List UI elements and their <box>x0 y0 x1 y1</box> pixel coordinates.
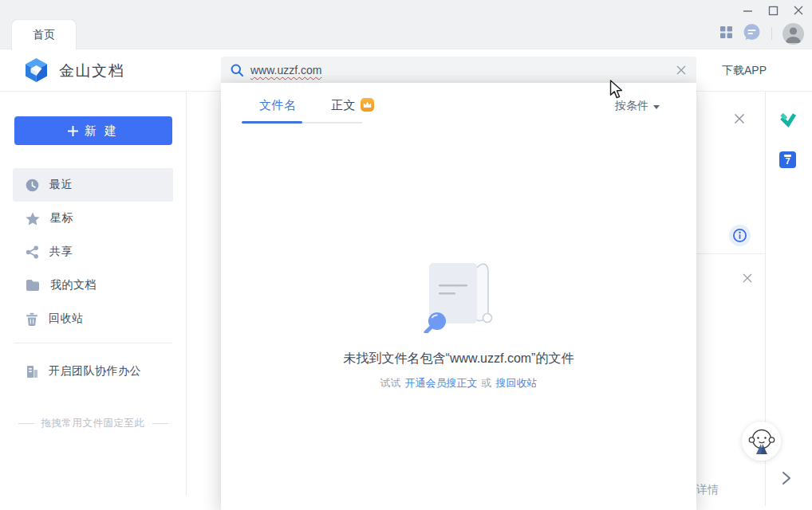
sidebar-item-recent[interactable]: 最近 <box>0 168 186 202</box>
empty-hint: 试试 开通会员搜正文 或 搜回收站 <box>380 376 538 390</box>
trash-icon <box>26 312 38 326</box>
avatar[interactable] <box>782 23 804 45</box>
panel-close-icon-2[interactable] <box>742 273 753 287</box>
pin-hint-text: 拖拽常用文件固定至此 <box>41 417 145 430</box>
pin-hint-dash <box>18 423 34 424</box>
pin-hint-dash <box>152 423 168 424</box>
sidebar-item-team-collab[interactable]: 开启团队协作办公 <box>0 355 186 388</box>
panel-close-icon[interactable] <box>733 112 746 128</box>
window-controls <box>740 3 806 18</box>
info-icon[interactable] <box>729 225 751 246</box>
maximize-icon[interactable] <box>766 3 780 18</box>
apps-grid-icon[interactable] <box>720 26 732 41</box>
new-button-label: 新 建 <box>85 124 119 139</box>
teal-check-icon[interactable] <box>779 111 797 131</box>
tab-fulltext-label: 正文 <box>331 98 356 113</box>
calendar-badge: 7 <box>779 156 796 166</box>
search-dropdown-panel: 文件名 正文 按条件 未找到文件名包含“www.uzzf.com”的文件 试试 … <box>221 83 696 510</box>
tab-active-underline <box>242 121 302 124</box>
mascot-icon[interactable] <box>742 422 781 461</box>
sidebar-item-label: 星标 <box>50 211 73 226</box>
empty-message: 未找到文件名包含“www.uzzf.com”的文件 <box>344 351 574 367</box>
minimize-icon[interactable] <box>740 3 755 18</box>
titlebar-separator <box>771 27 772 40</box>
new-button[interactable]: 新 建 <box>14 116 172 145</box>
brand-name: 金山文档 <box>59 61 124 81</box>
search-clear-icon[interactable] <box>676 65 687 76</box>
chevron-right-icon[interactable] <box>781 471 792 488</box>
hint-or: 或 <box>482 376 492 390</box>
sidebar-item-label: 我的文档 <box>50 278 97 292</box>
caret-down-icon <box>653 105 660 109</box>
brand-logo-icon[interactable] <box>22 57 50 88</box>
panel-horizontal-divider <box>696 253 765 254</box>
titlebar <box>0 0 812 49</box>
link-recycle-search[interactable]: 搜回收站 <box>496 376 538 390</box>
plus-icon <box>68 126 78 136</box>
folder-icon <box>26 279 40 292</box>
tab-filename[interactable]: 文件名 <box>259 98 297 113</box>
sidebar-item-shared[interactable]: 共享 <box>0 235 186 269</box>
sidebar-item-recycle-bin[interactable]: 回收站 <box>0 302 186 335</box>
pin-hint: 拖拽常用文件固定至此 <box>0 417 186 430</box>
clock-icon <box>26 178 39 192</box>
share-icon <box>26 245 39 259</box>
sidebar-item-label: 回收站 <box>49 312 84 326</box>
tab-home-label: 首页 <box>33 28 55 42</box>
sidebar-item-my-docs[interactable]: 我的文档 <box>0 269 186 302</box>
sidebar-item-starred[interactable]: 星标 <box>0 202 186 235</box>
tab-inactive-underline <box>302 122 362 124</box>
tab-home[interactable]: 首页 <box>11 19 77 50</box>
star-icon <box>26 212 40 226</box>
empty-document-illustration <box>416 260 502 333</box>
download-app-button[interactable]: 下载APP <box>722 64 767 78</box>
search-icon <box>231 64 243 76</box>
chat-bubble-icon[interactable] <box>743 23 761 45</box>
sidebar-section-divider <box>14 343 172 343</box>
details-label: 详情 <box>696 483 719 497</box>
office-building-icon <box>26 365 38 379</box>
search-bar[interactable]: www.uzzf.com <box>221 57 696 83</box>
vip-crown-icon <box>361 98 374 112</box>
sidebar-divider <box>186 92 187 496</box>
tab-fulltext[interactable]: 正文 <box>331 98 374 113</box>
sidebar-item-label: 最近 <box>49 178 73 192</box>
empty-state: 未找到文件名包含“www.uzzf.com”的文件 试试 开通会员搜正文 或 搜… <box>221 260 696 390</box>
mouse-cursor <box>609 80 624 103</box>
sidebar-item-label: 开启团队协作办公 <box>49 364 141 379</box>
link-member-search[interactable]: 开通会员搜正文 <box>405 376 478 390</box>
hint-prefix: 试试 <box>380 376 401 390</box>
titlebar-icons <box>720 22 804 45</box>
search-input[interactable]: www.uzzf.com <box>250 64 668 76</box>
close-icon[interactable] <box>791 3 806 18</box>
sidebar-item-label: 共享 <box>49 245 73 259</box>
calendar-7-icon[interactable]: 7 <box>779 151 796 168</box>
